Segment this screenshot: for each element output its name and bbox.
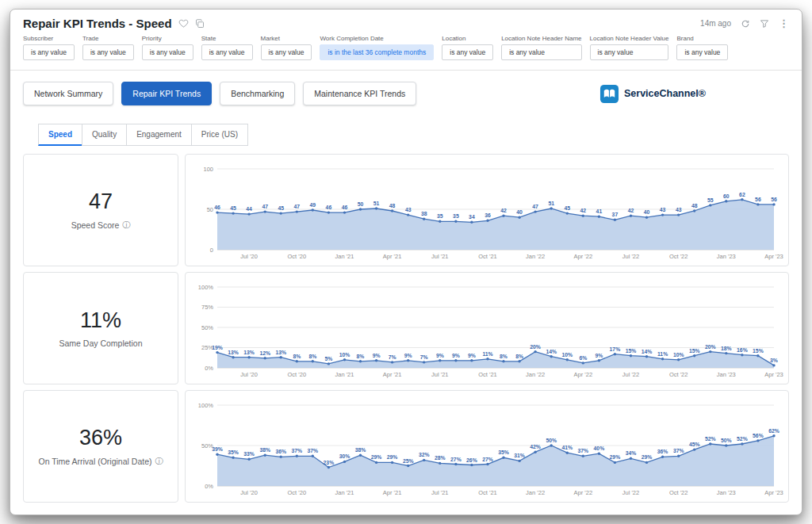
svg-text:3%: 3% (770, 358, 778, 363)
dashboard-header: Repair KPI Trends - Speed 14m ago ⋮ (10, 10, 802, 32)
filter-value-dropdown[interactable]: is any value (142, 44, 193, 60)
svg-text:44: 44 (246, 206, 252, 212)
svg-text:Jan '23: Jan '23 (717, 489, 736, 496)
info-icon[interactable]: ⓘ (122, 220, 130, 231)
tab-speed[interactable]: Speed (38, 124, 82, 146)
filter-toggle-icon[interactable] (760, 19, 769, 29)
svg-text:50%: 50% (201, 324, 213, 331)
svg-text:42: 42 (628, 208, 634, 213)
svg-text:55: 55 (707, 197, 714, 203)
svg-text:Apr '21: Apr '21 (383, 489, 402, 496)
tab-price-us[interactable]: Price (US) (191, 124, 248, 146)
nav-button-repair-kpi-trends[interactable]: Repair KPI Trends (121, 82, 212, 105)
svg-text:23%: 23% (324, 460, 335, 465)
kebab-menu-icon[interactable]: ⋮ (779, 18, 789, 29)
svg-text:10%: 10% (561, 352, 573, 358)
svg-text:38%: 38% (355, 447, 366, 453)
svg-text:Jul '20: Jul '20 (240, 371, 257, 378)
filter-trade: Tradeis any value (82, 35, 134, 60)
svg-text:36: 36 (485, 212, 491, 218)
kpi-value: 11% (80, 308, 121, 333)
kpi-row-same-day-completion: 11%Same Day Completion0%25%50%75%100%Jul… (23, 272, 789, 384)
svg-text:30%: 30% (339, 453, 350, 459)
svg-text:42: 42 (580, 208, 587, 213)
info-icon[interactable]: ⓘ (155, 456, 163, 467)
filter-value-dropdown[interactable]: is any value (82, 44, 134, 60)
filter-value-dropdown[interactable]: is any value (261, 44, 312, 60)
svg-text:10%: 10% (673, 352, 684, 358)
filter-value-dropdown[interactable]: is in the last 36 complete months (320, 44, 434, 60)
svg-text:Apr '23: Apr '23 (764, 371, 783, 378)
refresh-icon[interactable] (741, 19, 750, 29)
brand-name: ServiceChannel® (624, 88, 706, 99)
svg-text:75%: 75% (201, 304, 213, 311)
kpi-value: 47 (89, 189, 113, 214)
nav-button-network-summary[interactable]: Network Summary (23, 82, 113, 105)
svg-text:18%: 18% (721, 346, 732, 351)
svg-text:15%: 15% (689, 348, 700, 354)
filter-label: Trade (82, 35, 134, 42)
filter-label: Location (442, 35, 493, 42)
svg-text:13%: 13% (243, 350, 255, 355)
svg-text:14%: 14% (642, 349, 653, 354)
svg-text:43: 43 (660, 207, 666, 212)
kpi-card: 36%On Time Arrival (Original Date)ⓘ (23, 390, 178, 503)
tab-quality[interactable]: Quality (82, 124, 127, 146)
svg-text:45: 45 (565, 205, 571, 211)
speed-score-trend-chart: 050100Jul '20Oct '20Jan '21Apr '21Jul '2… (190, 159, 783, 262)
svg-text:46: 46 (342, 205, 348, 210)
nav-button-maintenance-kpi-trends[interactable]: Maintenance KPI Trends (303, 82, 416, 105)
svg-text:8%: 8% (293, 354, 301, 359)
on-time-arrival-trend-chart: 0%50%100%Jul '20Oct '20Jan '21Apr '21Jul… (190, 395, 783, 498)
kpi-rows: 47Speed Scoreⓘ050100Jul '20Oct '20Jan '2… (10, 146, 802, 512)
svg-text:37: 37 (612, 212, 619, 217)
kpi-label-text: Same Day Completion (59, 338, 142, 348)
svg-text:50%: 50% (546, 438, 557, 443)
svg-text:Apr '23: Apr '23 (764, 253, 783, 260)
svg-text:27%: 27% (450, 457, 462, 462)
kpi-card: 47Speed Scoreⓘ (23, 154, 178, 266)
kpi-row-on-time-arrival-original-date: 36%On Time Arrival (Original Date)ⓘ0%50%… (23, 390, 789, 503)
svg-text:0%: 0% (205, 483, 213, 490)
svg-text:11%: 11% (657, 351, 668, 357)
svg-text:8%: 8% (308, 354, 316, 359)
filter-value-dropdown[interactable]: is any value (590, 44, 669, 60)
svg-text:Oct '22: Oct '22 (669, 371, 688, 378)
filter-state: Stateis any value (201, 35, 253, 60)
svg-text:41: 41 (596, 208, 603, 214)
servicechannel-logo-icon (599, 84, 619, 104)
svg-text:15%: 15% (753, 348, 764, 354)
svg-text:37%: 37% (307, 448, 318, 453)
filter-value-dropdown[interactable]: is any value (442, 44, 493, 60)
filter-location-note-header-value: Location Note Header Valueis any value (590, 35, 669, 60)
nav-button-benchmarking[interactable]: Benchmarking (220, 82, 295, 105)
svg-text:Jan '23: Jan '23 (717, 253, 736, 260)
last-refresh-text: 14m ago (700, 19, 731, 28)
svg-text:17%: 17% (610, 346, 621, 352)
svg-text:Jul '21: Jul '21 (431, 253, 448, 260)
svg-text:9%: 9% (436, 353, 444, 358)
filter-value-dropdown[interactable]: is any value (23, 44, 75, 60)
header-actions: 14m ago ⋮ (700, 18, 789, 29)
filter-value-dropdown[interactable]: is any value (201, 44, 253, 60)
filter-value-dropdown[interactable]: is any value (501, 44, 581, 60)
svg-text:29%: 29% (371, 454, 382, 460)
svg-text:10%: 10% (339, 352, 350, 358)
svg-text:13%: 13% (228, 350, 239, 355)
svg-text:0%: 0% (205, 365, 213, 372)
filter-value-dropdown[interactable]: is any value (676, 44, 728, 60)
copy-icon[interactable] (195, 19, 205, 29)
favorite-heart-icon[interactable] (178, 18, 189, 29)
svg-text:Jul '20: Jul '20 (240, 489, 257, 496)
filter-location: Locationis any value (442, 35, 493, 60)
svg-text:Oct '21: Oct '21 (478, 371, 497, 378)
svg-text:Jan '23: Jan '23 (717, 371, 736, 378)
kpi-row-speed-score: 47Speed Scoreⓘ050100Jul '20Oct '20Jan '2… (23, 154, 789, 266)
tab-engagement[interactable]: Engagement (126, 124, 192, 146)
filter-label: Market (261, 35, 312, 42)
svg-text:41%: 41% (561, 445, 573, 450)
svg-text:50: 50 (358, 201, 364, 207)
page-title: Repair KPI Trends - Speed (23, 17, 172, 30)
brand: ServiceChannel® (599, 84, 789, 104)
svg-text:34%: 34% (626, 450, 637, 456)
